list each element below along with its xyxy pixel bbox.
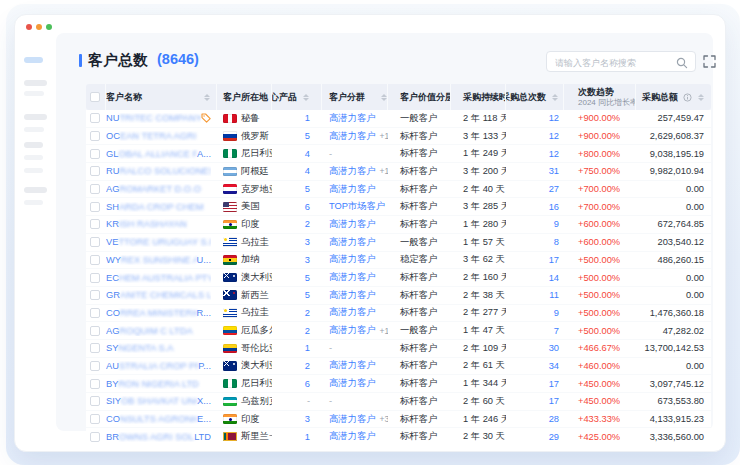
core-product-count-link[interactable]: 2	[305, 326, 310, 336]
customer-name-link[interactable]: GRANITE CHEMICALS LIMITED	[106, 290, 211, 300]
customer-name-link[interactable]: BROWNS AGRI SOLUTIONS PVT LTD	[106, 432, 211, 442]
sidebar-item[interactable]	[24, 155, 43, 160]
row-checkbox[interactable]	[90, 202, 100, 212]
purchase-count-link[interactable]: 28	[549, 414, 559, 424]
customer-name-link[interactable]: VETTORE URUGUAY S.R.L	[106, 237, 211, 247]
customer-name-link[interactable]: CONSULTS AGRONICS PRIVATE E...	[106, 414, 211, 424]
customer-name-link[interactable]: SIYOB SHAVKAT UNCL TERMIZ X...	[106, 396, 211, 406]
core-product-count-link[interactable]: 5	[305, 273, 310, 283]
purchase-count-link[interactable]: 7	[554, 326, 559, 336]
core-product-count-link[interactable]: 6	[305, 379, 310, 389]
customer-name-link[interactable]: KRISH RASHAYAN	[106, 219, 211, 229]
core-product-count-link[interactable]: 5	[305, 290, 310, 300]
purchase-count-link[interactable]: 12	[549, 113, 559, 123]
search-icon[interactable]	[676, 57, 688, 69]
row-checkbox[interactable]	[90, 273, 100, 283]
purchase-count-link[interactable]: 9	[554, 308, 559, 318]
purchase-count-link[interactable]: 12	[549, 131, 559, 141]
core-product-count-link[interactable]: 3	[305, 237, 310, 247]
sort-carets[interactable]	[552, 94, 558, 101]
sort-carets[interactable]	[698, 94, 704, 101]
customer-name-link[interactable]: RURALCO SOLUCIONES S.A	[106, 166, 211, 176]
column-header-name[interactable]: 客户名称	[106, 84, 217, 110]
core-product-count-link[interactable]: 2	[305, 361, 310, 371]
customer-name-link[interactable]: AGROMARKET D.O.O	[106, 184, 211, 194]
row-checkbox[interactable]	[90, 414, 100, 424]
select-all-checkbox[interactable]	[90, 92, 100, 102]
row-checkbox[interactable]	[90, 255, 100, 265]
row-checkbox[interactable]	[90, 361, 100, 371]
row-checkbox[interactable]	[90, 113, 100, 123]
sidebar-item[interactable]	[24, 91, 44, 96]
sort-carets[interactable]	[303, 94, 309, 101]
customer-name-link[interactable]: SHARDA CROP CHEM	[106, 202, 211, 212]
sidebar-item[interactable]	[24, 80, 47, 86]
purchase-count-link[interactable]: 9	[554, 219, 559, 229]
column-header-core[interactable]: 核心产品	[272, 84, 322, 110]
column-header-tier[interactable]: 客户价值分层	[388, 84, 451, 110]
column-header-duration[interactable]: 采购持续时间	[451, 84, 506, 110]
sidebar-item[interactable]	[24, 187, 47, 193]
sidebar-item[interactable]	[24, 142, 43, 148]
purchase-count-link[interactable]: 8	[554, 237, 559, 247]
row-checkbox[interactable]	[90, 166, 100, 176]
core-product-count-link[interactable]: 5	[305, 131, 310, 141]
sort-carets[interactable]	[204, 94, 210, 101]
core-product-count-link[interactable]: 1	[305, 432, 310, 442]
customer-name-link[interactable]: CORREA MINISTERIO ALVARO R...	[106, 308, 211, 318]
core-product-count-link[interactable]: 1	[305, 343, 310, 353]
customer-name-link[interactable]: ECHEM AUSTRALIA PTY LIMITED	[106, 273, 211, 283]
core-product-count-link[interactable]: 1	[305, 113, 310, 123]
row-checkbox[interactable]	[90, 308, 100, 318]
column-header-location[interactable]: 客户所在地	[217, 84, 272, 110]
purchase-count-link[interactable]: 30	[549, 343, 559, 353]
row-checkbox[interactable]	[90, 237, 100, 247]
row-checkbox[interactable]	[90, 343, 100, 353]
purchase-count-link[interactable]: 17	[549, 379, 559, 389]
search-input[interactable]	[547, 54, 673, 73]
purchase-count-link[interactable]: 34	[549, 361, 559, 371]
sidebar-item-active[interactable]	[24, 57, 43, 63]
sidebar-item[interactable]	[24, 127, 44, 132]
row-checkbox[interactable]	[90, 432, 100, 442]
purchase-count-link[interactable]: 14	[549, 273, 559, 283]
row-checkbox[interactable]	[90, 379, 100, 389]
column-header-amount[interactable]: 采购总额	[636, 84, 711, 110]
row-checkbox[interactable]	[90, 326, 100, 336]
row-checkbox[interactable]	[90, 290, 100, 300]
purchase-count-link[interactable]: 17	[549, 396, 559, 406]
core-product-count-link[interactable]: 4	[305, 166, 310, 176]
purchase-count-link[interactable]: 12	[549, 149, 559, 159]
customer-name-link[interactable]: NUTRITEC COMPANY S.A.C	[106, 113, 201, 123]
customer-name-link[interactable]: BYRON NIGERIA LTD	[106, 379, 211, 389]
column-header-trend[interactable]: 次数趋势2024 同比增长率	[564, 84, 636, 110]
maximize-button[interactable]	[46, 24, 52, 30]
core-product-count-link[interactable]: 6	[305, 202, 310, 212]
row-checkbox[interactable]	[90, 149, 100, 159]
customer-name-link[interactable]: SYNGENTA S.A	[106, 343, 211, 353]
customer-name-link[interactable]: AGROQUIM C LTDA	[106, 326, 211, 336]
column-header-segment[interactable]: 客户分群	[322, 84, 388, 110]
close-button[interactable]	[26, 24, 32, 30]
core-product-count-link[interactable]: 2	[305, 219, 310, 229]
core-product-count-link[interactable]: 4	[305, 149, 310, 159]
purchase-count-link[interactable]: 27	[549, 184, 559, 194]
purchase-count-link[interactable]: 31	[549, 166, 559, 176]
purchase-count-link[interactable]: 29	[549, 432, 559, 442]
core-product-count-link[interactable]: 3	[305, 414, 310, 424]
row-checkbox[interactable]	[90, 396, 100, 406]
core-product-count-link[interactable]: 5	[305, 184, 310, 194]
core-product-count-link[interactable]: 2	[305, 308, 310, 318]
sidebar-item[interactable]	[24, 168, 43, 173]
row-checkbox[interactable]	[90, 131, 100, 141]
row-checkbox[interactable]	[90, 219, 100, 229]
core-product-count-link[interactable]: 3	[305, 255, 310, 265]
column-header-count[interactable]: 采购总次数	[506, 84, 564, 110]
sort-carets[interactable]	[381, 94, 387, 101]
minimize-button[interactable]	[36, 24, 42, 30]
info-icon[interactable]	[683, 93, 692, 102]
fullscreen-expand-icon[interactable]	[703, 55, 716, 68]
purchase-count-link[interactable]: 17	[549, 255, 559, 265]
customer-name-link[interactable]: WYREX SUNSHINE AGRO PRODU...	[106, 255, 211, 265]
sidebar-item[interactable]	[24, 200, 43, 205]
